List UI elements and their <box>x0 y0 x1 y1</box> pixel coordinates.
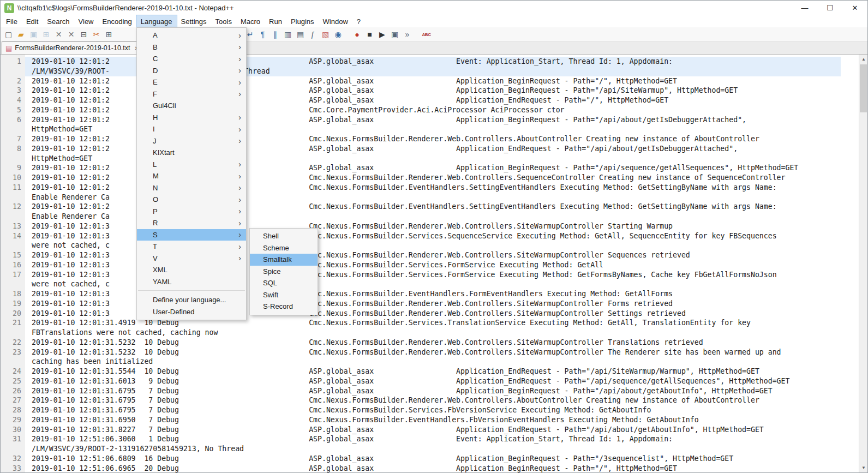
tab-formsbuilderrenderer[interactable]: ▤ FormsBuilderRenderer-2019-01-10.txt ✕ <box>2 41 143 54</box>
log-line-23[interactable]: 232019-01-10 12:01:31.5232 10 DebugCmc.N… <box>1 348 859 357</box>
menubar-item-view[interactable]: View <box>74 15 98 27</box>
stop-macro-icon[interactable]: ■ <box>364 29 375 40</box>
log-line-20[interactable]: 202019-01-10 12:01:3Cmc.Nexus.FormsBuild… <box>1 309 859 319</box>
menubar-item-edit[interactable]: Edit <box>22 15 43 27</box>
language-menu-item-user-defined[interactable]: User-Defined <box>137 306 246 318</box>
log-line-wrap[interactable]: Enable Renderer Ca <box>1 193 859 202</box>
submenu-item-swift[interactable]: Swift <box>250 289 318 301</box>
menubar-item-window[interactable]: Window <box>319 15 352 27</box>
menubar-item-language[interactable]: Language <box>136 15 177 27</box>
log-line-wrap[interactable]: /LM/W3SVC/39/ROOT-2-131916270581459213, … <box>1 444 859 454</box>
language-menu-item-l[interactable]: L› <box>137 159 246 171</box>
save-macro-icon[interactable]: ▣ <box>390 29 400 40</box>
log-line-17[interactable]: 172019-01-10 12:01:3Cmc.Nexus.FormsBuild… <box>1 270 859 280</box>
log-line-21[interactable]: 212019-01-10 12:01:31.4919 10 DebugCmc.N… <box>1 318 859 328</box>
menubar-item-tools[interactable]: Tools <box>211 15 236 27</box>
close-button[interactable]: ✕ <box>842 1 867 15</box>
open-file-icon[interactable]: ▰ <box>16 29 26 40</box>
language-menu-item-yaml[interactable]: YAML <box>137 276 246 288</box>
language-menu-item-i[interactable]: I› <box>137 123 246 135</box>
language-menu-item-j[interactable]: J› <box>137 135 246 147</box>
log-line-3[interactable]: 32019-01-10 12:01:2ASP.global_asaxApplic… <box>1 86 859 95</box>
log-line-7[interactable]: 72019-01-10 12:01:2Cmc.Nexus.FormsBuilde… <box>1 134 859 144</box>
submenu-item-s-record[interactable]: S-Record <box>250 301 318 313</box>
log-line-wrap[interactable]: /LM/W3SVC/39/ROOT-, No Thread <box>1 67 859 76</box>
log-line-16[interactable]: 162019-01-10 12:01:3Cmc.Nexus.FormsBuild… <box>1 260 859 270</box>
document-map-icon[interactable]: ▥ <box>283 29 293 40</box>
language-menu-item-kixtart[interactable]: KIXtart <box>137 147 246 159</box>
log-line-wrap[interactable]: were not cached, c <box>1 241 859 250</box>
log-line-15[interactable]: 152019-01-10 12:01:3Cmc.Nexus.FormsBuild… <box>1 250 859 260</box>
menubar-item-search[interactable]: Search <box>43 15 74 27</box>
language-menu-item-c[interactable]: C› <box>137 53 246 65</box>
language-menu-item-p[interactable]: P› <box>137 206 246 218</box>
language-menu-item-o[interactable]: O› <box>137 194 246 206</box>
log-line-wrap[interactable]: Enable Renderer Ca <box>1 212 859 221</box>
language-menu-item-e[interactable]: E› <box>137 76 246 88</box>
log-line-12[interactable]: 122019-01-10 12:01:2Cmc.Nexus.FormsBuild… <box>1 202 859 212</box>
log-line-5[interactable]: 52019-01-10 12:01:2Cmc.Core.PaymentProvi… <box>1 105 859 115</box>
language-menu-item-f[interactable]: F› <box>137 88 246 100</box>
language-menu-item-d[interactable]: D› <box>137 65 246 77</box>
spell-check-icon[interactable]: ABC <box>421 29 432 40</box>
log-line-31[interactable]: 312019-01-10 12:51:06.3060 1 DebugASP.gl… <box>1 434 859 444</box>
log-line-4[interactable]: 42019-01-10 12:01:2ASP.global_asaxApplic… <box>1 95 859 105</box>
scroll-up-arrow-icon[interactable]: ▲ <box>859 55 868 64</box>
vertical-scrollbar[interactable]: ▲ ▼ <box>859 55 867 472</box>
log-line-29[interactable]: 292019-01-10 12:01:31.6950 7 DebugCmc.Ne… <box>1 415 859 425</box>
indent-guide-icon[interactable]: ∥ <box>270 29 280 40</box>
menubar-item-plugins[interactable]: Plugins <box>286 15 319 27</box>
menubar-item-help[interactable]: ? <box>352 15 365 27</box>
log-line-9[interactable]: 92019-01-10 12:01:2ASP.global_asaxApplic… <box>1 163 859 173</box>
folder-as-workspace-icon[interactable]: ▧ <box>320 29 331 40</box>
log-line-24[interactable]: 242019-01-10 12:01:31.5544 10 DebugASP.g… <box>1 367 859 376</box>
menubar-item-macro[interactable]: Macro <box>236 15 265 27</box>
save-all-icon[interactable]: ⊞ <box>41 29 51 40</box>
cut-icon[interactable]: ✂ <box>91 29 101 40</box>
log-line-26[interactable]: 262019-01-10 12:01:31.6795 7 DebugASP.gl… <box>1 386 859 396</box>
monitoring-icon[interactable]: ◉ <box>333 29 343 40</box>
log-line-28[interactable]: 282019-01-10 12:01:31.6795 7 DebugCmc.Ne… <box>1 405 859 415</box>
scrollbar-thumb[interactable] <box>860 64 867 112</box>
log-line-14[interactable]: 142019-01-10 12:01:3Cmc.Nexus.FormsBuild… <box>1 231 859 241</box>
save-icon[interactable]: ▣ <box>28 29 39 40</box>
menubar-item-encoding[interactable]: Encoding <box>98 15 136 27</box>
log-line-1[interactable]: 12019-01-10 12:01:2ASP.global_asaxEvent:… <box>1 57 859 67</box>
submenu-item-smalltalk[interactable]: Smalltalk <box>250 254 318 266</box>
language-menu-item-s[interactable]: S› <box>137 229 246 241</box>
log-line-wrap[interactable]: FBTranslations were not cached, caching … <box>1 328 859 338</box>
log-line-11[interactable]: 112019-01-10 12:01:2Cmc.Nexus.FormsBuild… <box>1 183 859 193</box>
menubar-item-file[interactable]: File <box>2 15 22 27</box>
language-menu-item-v[interactable]: V› <box>137 253 246 265</box>
log-line-33[interactable]: 332019-01-10 12:51:06.6965 20 DebugASP.g… <box>1 464 859 473</box>
log-line-18[interactable]: 182019-01-10 12:01:3Cmc.Nexus.FormsBuild… <box>1 289 859 299</box>
language-menu-item-n[interactable]: N› <box>137 182 246 194</box>
log-line-6[interactable]: 62019-01-10 12:01:2ASP.global_asaxApplic… <box>1 115 859 125</box>
log-line-32[interactable]: 322019-01-10 12:51:06.6809 16 DebugASP.g… <box>1 454 859 464</box>
log-line-wrap[interactable]: were not cached, c <box>1 279 859 289</box>
log-line-27[interactable]: 272019-01-10 12:01:31.6795 7 DebugCmc.Ne… <box>1 396 859 405</box>
submenu-item-shell[interactable]: Shell <box>250 230 318 242</box>
log-line-wrap[interactable]: caching has been initialized <box>1 357 859 367</box>
language-menu-item-define-your-language[interactable]: Define your language... <box>137 294 246 306</box>
log-line-25[interactable]: 252019-01-10 12:01:31.6013 9 DebugASP.gl… <box>1 376 859 386</box>
new-file-icon[interactable]: ▢ <box>3 29 14 40</box>
log-line-wrap[interactable]: HttpMethod=GET <box>1 154 859 164</box>
log-line-8[interactable]: 82019-01-10 12:01:2ASP.global_asaxApplic… <box>1 144 859 154</box>
language-menu-item-b[interactable]: B› <box>137 41 246 53</box>
log-line-30[interactable]: 302019-01-10 12:01:31.8227 7 DebugASP.gl… <box>1 425 859 435</box>
submenu-item-spice[interactable]: Spice <box>250 266 318 278</box>
scroll-down-arrow-icon[interactable]: ▼ <box>859 463 868 472</box>
log-line-22[interactable]: 222019-01-10 12:01:31.5232 10 DebugCmc.N… <box>1 338 859 348</box>
maximize-button[interactable]: ☐ <box>817 1 842 15</box>
record-macro-icon[interactable]: ● <box>352 29 362 40</box>
language-menu-item-gui4cli[interactable]: Gui4Cli <box>137 100 246 112</box>
language-menu-item-r[interactable]: R› <box>137 217 246 229</box>
menubar-item-settings[interactable]: Settings <box>177 15 211 27</box>
show-all-characters-icon[interactable]: ¶ <box>258 29 268 40</box>
play-macro-icon[interactable]: ▶ <box>377 29 387 40</box>
log-line-19[interactable]: 192019-01-10 12:01:3Cmc.Nexus.FormsBuild… <box>1 299 859 309</box>
submenu-item-sql[interactable]: SQL <box>250 277 318 289</box>
minimize-button[interactable]: — <box>792 1 817 15</box>
run-macro-multiple-icon[interactable]: » <box>402 29 412 40</box>
